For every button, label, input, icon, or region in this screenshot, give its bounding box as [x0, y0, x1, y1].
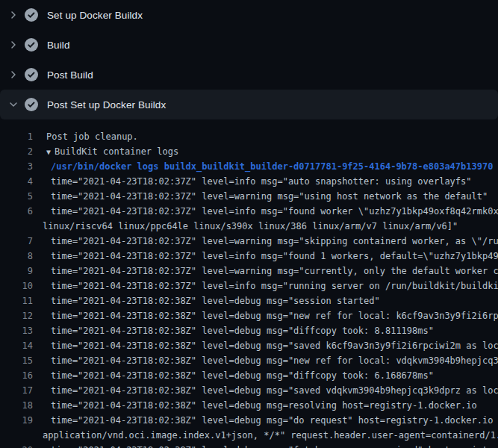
- log-line-text: time="2021-04-23T18:02:38Z" level=debug …: [51, 323, 434, 338]
- log-line-number[interactable]: 13: [0, 323, 33, 338]
- log-line: 7 time="2021-04-23T18:02:37Z" level=warn…: [0, 234, 498, 249]
- log-line-number[interactable]: 17: [0, 383, 33, 398]
- log-line-number[interactable]: 5: [0, 189, 33, 204]
- step-label: Post Build: [47, 69, 93, 81]
- log-line-number[interactable]: 20: [0, 443, 33, 448]
- log-line: 20 time="2021-04-23T18:02:38Z" level=deb…: [0, 443, 498, 448]
- step-header-post-build[interactable]: Post Build: [0, 60, 498, 90]
- log-line: 16 time="2021-04-23T18:02:38Z" level=deb…: [0, 368, 498, 383]
- log-line: 10 time="2021-04-23T18:02:37Z" level=inf…: [0, 279, 498, 293]
- log-line-text: time="2021-04-23T18:02:37Z" level=warnin…: [51, 234, 498, 249]
- log-line-text: time="2021-04-23T18:02:38Z" level=debug …: [51, 443, 498, 448]
- log-line-text: time="2021-04-23T18:02:37Z" level=info m…: [51, 249, 498, 264]
- log-line: 14 time="2021-04-23T18:02:38Z" level=deb…: [0, 338, 498, 353]
- check-circle-icon: [25, 8, 38, 22]
- log-line-text: Post job cleanup.: [46, 129, 138, 144]
- log-line-number[interactable]: 16: [0, 368, 33, 383]
- log-line-text: time="2021-04-23T18:02:38Z" level=debug …: [51, 353, 498, 368]
- log-line: 11 time="2021-04-23T18:02:38Z" level=deb…: [0, 293, 498, 308]
- log-line-number[interactable]: 15: [0, 353, 33, 368]
- log-line-number[interactable]: 14: [0, 338, 33, 353]
- chevron-right-icon: [7, 69, 19, 81]
- log-line-number[interactable]: 6: [0, 204, 33, 219]
- log-line: 5 time="2021-04-23T18:02:37Z" level=warn…: [0, 189, 498, 204]
- check-circle-icon: [25, 98, 38, 111]
- log-line: 9 time="2021-04-23T18:02:37Z" level=warn…: [0, 264, 498, 279]
- log-line-text: linux/riscv64 linux/ppc64le linux/s390x …: [43, 219, 458, 234]
- log-line-continuation: application/vnd.oci.image.index.v1+json,…: [0, 428, 498, 443]
- log-line-text: time="2021-04-23T18:02:37Z" level=info m…: [51, 204, 498, 219]
- log-line: 6 time="2021-04-23T18:02:37Z" level=info…: [0, 204, 498, 219]
- step-label: Post Set up Docker Buildx: [47, 99, 166, 111]
- chevron-down-icon: [7, 99, 19, 111]
- log-line-text: time="2021-04-23T18:02:37Z" level=warnin…: [51, 264, 498, 279]
- log-line: 18 time="2021-04-23T18:02:38Z" level=deb…: [0, 398, 498, 413]
- log-line-text: /usr/bin/docker logs buildx_buildkit_bui…: [51, 159, 493, 174]
- log-line-number[interactable]: 2: [0, 144, 33, 159]
- log-line: 12 time="2021-04-23T18:02:38Z" level=deb…: [0, 308, 498, 323]
- log-line-number[interactable]: 12: [0, 308, 33, 323]
- log-line: 15 time="2021-04-23T18:02:38Z" level=deb…: [0, 353, 498, 368]
- log-line-number[interactable]: 9: [0, 264, 33, 279]
- step-header-build[interactable]: Build: [0, 30, 498, 60]
- log-line-text: time="2021-04-23T18:02:37Z" level=info m…: [51, 174, 472, 189]
- step-header-set-up-docker-buildx[interactable]: Set up Docker Buildx: [0, 0, 498, 30]
- log-line: 8 time="2021-04-23T18:02:37Z" level=info…: [0, 249, 498, 264]
- log-line-text: application/vnd.oci.image.index.v1+json,…: [43, 428, 498, 443]
- collapse-triangle-icon[interactable]: ▼: [46, 145, 51, 159]
- step-header-post-set-up-docker-buildx[interactable]: Post Set up Docker Buildx: [0, 90, 498, 119]
- log-line-number[interactable]: 11: [0, 293, 33, 308]
- log-line: 13 time="2021-04-23T18:02:38Z" level=deb…: [0, 323, 498, 338]
- log-line-number[interactable]: 7: [0, 234, 33, 249]
- chevron-right-icon: [7, 39, 19, 51]
- log-viewer: 1 Post job cleanup. 2 ▼BuildKit containe…: [0, 119, 498, 448]
- log-line-number[interactable]: 1: [0, 129, 33, 144]
- log-line-number[interactable]: 18: [0, 398, 33, 413]
- check-circle-icon: [25, 68, 38, 81]
- step-label: Set up Docker Buildx: [47, 10, 143, 21]
- log-line-text: time="2021-04-23T18:02:38Z" level=debug …: [51, 413, 498, 428]
- log-line: 2 ▼BuildKit container logs: [0, 144, 498, 159]
- chevron-right-icon: [7, 9, 19, 21]
- log-line-number[interactable]: 8: [0, 249, 33, 264]
- step-label: Build: [47, 40, 70, 51]
- log-line: 1 Post job cleanup.: [0, 129, 498, 144]
- log-line-text: time="2021-04-23T18:02:38Z" level=debug …: [51, 338, 498, 353]
- log-line-number[interactable]: 10: [0, 279, 33, 293]
- log-line-text: time="2021-04-23T18:02:38Z" level=debug …: [51, 293, 380, 308]
- log-line: 17 time="2021-04-23T18:02:38Z" level=deb…: [0, 383, 498, 398]
- log-line-text: time="2021-04-23T18:02:37Z" level=warnin…: [51, 189, 488, 204]
- log-line-text: time="2021-04-23T18:02:38Z" level=debug …: [51, 398, 477, 413]
- log-line: 19 time="2021-04-23T18:02:38Z" level=deb…: [0, 413, 498, 428]
- step-list: Set up Docker Buildx Build P: [0, 0, 498, 119]
- log-line-text: time="2021-04-23T18:02:38Z" level=debug …: [51, 383, 498, 398]
- log-line-text: time="2021-04-23T18:02:38Z" level=debug …: [51, 368, 434, 383]
- log-line-continuation: linux/riscv64 linux/ppc64le linux/s390x …: [0, 219, 498, 234]
- check-circle-icon: [25, 38, 38, 52]
- log-line-command: 3 /usr/bin/docker logs buildx_buildkit_b…: [0, 159, 498, 174]
- log-line-text: time="2021-04-23T18:02:37Z" level=info m…: [51, 279, 498, 293]
- workflow-log-viewer: Set up Docker Buildx Build P: [0, 0, 498, 448]
- log-line: 4 time="2021-04-23T18:02:37Z" level=info…: [0, 174, 498, 189]
- log-group-toggle[interactable]: ▼BuildKit container logs: [46, 144, 178, 159]
- log-line-number[interactable]: 3: [0, 159, 33, 174]
- log-line-text: time="2021-04-23T18:02:38Z" level=debug …: [51, 308, 498, 323]
- log-line-number[interactable]: 4: [0, 174, 33, 189]
- log-line-number[interactable]: 19: [0, 413, 33, 428]
